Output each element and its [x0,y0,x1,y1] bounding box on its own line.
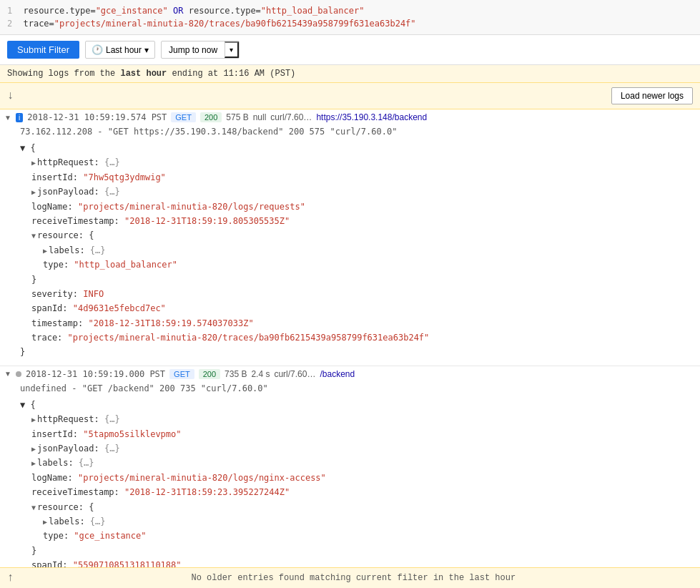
detail-http-1: ▶httpRequest: {…} [20,155,680,170]
detail-jsonpayload-2: ▶jsonPayload: {…} [20,441,680,456]
status-bar: Showing logs from the last hour ending a… [0,65,700,83]
filter-keyword-resource2: resource.type= [189,6,261,16]
time-range-label: Last hour [106,45,142,55]
detail-receive-2: receiveTimestamp: "2018-12-31T18:59:23.3… [20,485,680,499]
agent-1: curl/7.60… [270,112,312,122]
detail-type-2: type: "gce_instance" [20,529,680,543]
summary-text-2: undefined - "GET /backend" 200 735 "curl… [20,383,268,393]
filter-value-lb: "http_load_balancer" [261,6,365,16]
jump-to-now-container: Jump to now ▾ [161,41,240,59]
chevron-down-icon: ▾ [144,45,149,55]
filter-value-trace: "projects/mineral-minutia-820/traces/ba9… [54,19,416,29]
detail-resource-2: ▼resource: { [20,500,680,514]
info-badge-1: i [16,113,23,122]
detail-open-2: ▼ { [20,398,680,412]
detail-trace-1: trace: "projects/mineral-minutia-820/tra… [20,330,680,345]
detail-logname-1: logName: "projects/mineral-minutia-820/l… [20,200,680,214]
url-1: https://35.190.3.148/backend [316,112,427,122]
size-1: 575 B [226,112,248,122]
status-badge-1: 200 [200,112,222,122]
detail-jsonpayload-1: ▶jsonPayload: {…} [20,185,680,199]
log-header-2[interactable]: ▼ 2018-12-31 10:59:19.000 PST GET 200 73… [0,366,700,382]
log-summary-1: 73.162.112.208 - "GET https://35.190.3.1… [0,125,700,138]
jump-dropdown-arrow[interactable]: ▾ [225,41,239,58]
status-badge-2: 200 [199,369,220,379]
loading-row: ↓ Load newer logs [0,83,700,109]
line-number-2: 2 [7,19,12,29]
detail-close-1: } [20,345,680,359]
detail-resource-close-2: } [20,544,680,558]
bottom-bar: ↑ No older entries found matching curren… [0,567,700,588]
filter-or: OR [173,6,189,16]
filter-line-2: 2 trace="projects/mineral-minutia-820/tr… [7,17,693,30]
latency-2: 2.4 s [251,369,270,379]
expand-labels-nested-icon-2[interactable]: ▶ [43,518,47,526]
summary-text-1: 73.162.112.208 - "GET https://35.190.3.1… [20,127,397,137]
status-bold: last hour [120,69,167,79]
method-badge-2: GET [169,369,194,379]
log-header-1[interactable]: ▼ i 2018-12-31 10:59:19.574 PST GET 200 … [0,109,700,125]
log-detail-1: ▼ { ▶httpRequest: {…} insertId: "7hw5qtg… [0,138,700,366]
jump-to-now-button[interactable]: Jump to now [162,42,225,58]
detail-severity-1: severity: INFO [20,287,680,301]
bottom-message: No older entries found matching current … [191,573,516,583]
filter-value-gce: "gce_instance" [96,6,168,16]
clock-icon: 🕐 [92,44,103,55]
method-badge-1: GET [171,112,196,122]
expand-resource-icon-1[interactable]: ▼ [31,232,36,240]
expand-icon-2[interactable]: ▼ [4,370,11,378]
dot-badge-2 [16,371,21,377]
timestamp-2: 2018-12-31 10:59:19.000 PST [26,369,165,379]
detail-insertid-2: insertId: "5tapmo5silklevpmo" [20,427,680,441]
size-2: 735 B [225,369,247,379]
expand-labels-icon-1[interactable]: ▶ [43,247,47,255]
status-suffix: ending at 11:16 AM (PST) [167,69,295,79]
expand-http-icon-1[interactable]: ▶ [31,159,36,167]
log-entries: ▼ i 2018-12-31 10:59:19.574 PST GET 200 … [0,109,700,588]
url-2: /backend [320,369,355,379]
detail-labels-1: ▶labels: {…} [20,243,680,258]
expand-resource-icon-2[interactable]: ▼ [31,504,36,511]
detail-type-1: type: "http_load_balancer" [20,258,680,272]
filter-keyword-resource1: resource.type= [23,6,95,16]
detail-labels-2: ▶labels: {…} [20,456,680,470]
detail-receive-1: receiveTimestamp: "2018-12-31T18:59:19.8… [20,214,680,228]
detail-http-2: ▶httpRequest: {…} [20,412,680,426]
detail-insertid-1: insertId: "7hw5qtg3ydmwig" [20,170,680,185]
toolbar: Submit Filter 🕐 Last hour ▾ Jump to now … [0,35,700,65]
load-newer-button[interactable]: Load newer logs [611,87,693,104]
expand-json-icon-1[interactable]: ▶ [31,188,36,196]
expand-icon-1[interactable]: ▼ [4,114,11,122]
detail-spanid-1: spanId: "4d9631e5febcd7ec" [20,301,680,315]
submit-filter-button[interactable]: Submit Filter [7,41,79,59]
time-range-dropdown[interactable]: 🕐 Last hour ▾ [85,41,155,59]
filter-line-1: 1 resource.type="gce_instance" OR resour… [7,4,693,17]
log-summary-2: undefined - "GET /backend" 200 735 "curl… [0,382,700,395]
agent-2: curl/7.60… [274,369,315,379]
scroll-up-icon: ↑ [7,572,14,584]
status-prefix: Showing logs from the [7,69,120,79]
detail-labels-nested-2: ▶labels: {…} [20,514,680,529]
detail-logname-2: logName: "projects/mineral-minutia-820/l… [20,471,680,485]
filter-keyword-trace: trace= [23,19,54,29]
detail-timestamp-1: timestamp: "2018-12-31T18:59:19.57403703… [20,316,680,330]
scroll-down-icon: ↓ [7,89,14,102]
detail-resource-1: ▼resource: { [20,228,680,242]
log-detail-2: ▼ { ▶httpRequest: {…} insertId: "5tapmo5… [0,395,700,588]
detail-open-1: ▼ { [20,141,680,155]
log-entry-1: ▼ i 2018-12-31 10:59:19.574 PST GET 200 … [0,109,700,366]
expand-json-icon-2[interactable]: ▶ [31,445,36,453]
line-number-1: 1 [7,6,12,16]
null-field-1: null [253,112,267,122]
expand-http-icon-2[interactable]: ▶ [31,416,36,423]
timestamp-1: 2018-12-31 10:59:19.574 PST [27,112,167,122]
detail-resource-close-1: } [20,273,680,287]
expand-labels-icon-2[interactable]: ▶ [31,459,36,467]
filter-bar: 1 resource.type="gce_instance" OR resour… [0,0,700,35]
log-entry-2: ▼ 2018-12-31 10:59:19.000 PST GET 200 73… [0,366,700,588]
